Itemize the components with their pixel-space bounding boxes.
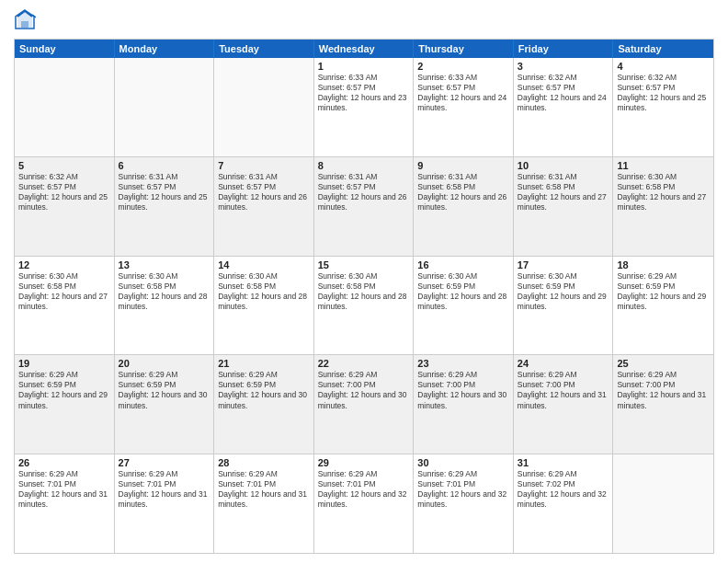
cell-info: Sunrise: 6:29 AMSunset: 7:02 PMDaylight:… — [518, 469, 609, 510]
day-number: 5 — [18, 160, 110, 171]
cell-info: Sunrise: 6:31 AMSunset: 6:57 PMDaylight:… — [119, 172, 210, 213]
cal-cell-day-30: 30Sunrise: 6:29 AMSunset: 7:01 PMDayligh… — [414, 454, 514, 553]
cal-header-thursday: Thursday — [414, 40, 514, 58]
cal-week-4: 19Sunrise: 6:29 AMSunset: 6:59 PMDayligh… — [15, 355, 713, 454]
cell-info: Sunrise: 6:31 AMSunset: 6:58 PMDaylight:… — [417, 172, 509, 213]
cal-cell-day-28: 28Sunrise: 6:29 AMSunset: 7:01 PMDayligh… — [214, 454, 314, 553]
cell-info: Sunrise: 6:29 AMSunset: 6:59 PMDaylight:… — [218, 370, 310, 410]
cal-cell-day-24: 24Sunrise: 6:29 AMSunset: 7:00 PMDayligh… — [514, 355, 614, 454]
cell-info: Sunrise: 6:33 AMSunset: 6:57 PMDaylight:… — [318, 73, 410, 113]
cell-info: Sunrise: 6:29 AMSunset: 7:01 PMDaylight:… — [318, 469, 410, 510]
cell-info: Sunrise: 6:30 AMSunset: 6:58 PMDaylight:… — [617, 172, 710, 213]
logo — [14, 9, 40, 31]
day-number: 24 — [518, 358, 609, 369]
day-number: 8 — [318, 160, 410, 171]
cell-info: Sunrise: 6:30 AMSunset: 6:59 PMDaylight:… — [417, 271, 509, 312]
cal-cell-day-13: 13Sunrise: 6:30 AMSunset: 6:58 PMDayligh… — [115, 257, 215, 355]
cell-info: Sunrise: 6:31 AMSunset: 6:58 PMDaylight:… — [518, 172, 609, 213]
cell-info: Sunrise: 6:32 AMSunset: 6:57 PMDaylight:… — [18, 172, 110, 213]
cell-info: Sunrise: 6:30 AMSunset: 6:58 PMDaylight:… — [18, 271, 110, 312]
day-number: 28 — [218, 457, 310, 468]
cal-cell-day-15: 15Sunrise: 6:30 AMSunset: 6:58 PMDayligh… — [314, 257, 415, 355]
cal-cell-day-11: 11Sunrise: 6:30 AMSunset: 6:58 PMDayligh… — [613, 157, 713, 256]
cell-info: Sunrise: 6:29 AMSunset: 7:01 PMDaylight:… — [18, 469, 110, 510]
cell-info: Sunrise: 6:29 AMSunset: 6:59 PMDaylight:… — [119, 370, 210, 410]
cal-cell-day-8: 8Sunrise: 6:31 AMSunset: 6:57 PMDaylight… — [314, 157, 415, 256]
cal-cell-day-20: 20Sunrise: 6:29 AMSunset: 6:59 PMDayligh… — [115, 355, 215, 454]
cell-info: Sunrise: 6:32 AMSunset: 6:57 PMDaylight:… — [617, 73, 710, 113]
day-number: 7 — [218, 160, 310, 171]
day-number: 18 — [617, 259, 710, 270]
day-number: 2 — [417, 61, 509, 72]
cell-info: Sunrise: 6:29 AMSunset: 7:01 PMDaylight:… — [218, 469, 310, 510]
cell-info: Sunrise: 6:33 AMSunset: 6:57 PMDaylight:… — [417, 73, 509, 113]
cell-info: Sunrise: 6:30 AMSunset: 6:59 PMDaylight:… — [518, 271, 609, 312]
cal-cell-day-3: 3Sunrise: 6:32 AMSunset: 6:57 PMDaylight… — [514, 58, 614, 156]
cell-info: Sunrise: 6:32 AMSunset: 6:57 PMDaylight:… — [518, 73, 609, 113]
cal-cell-empty — [115, 58, 215, 156]
cal-cell-day-25: 25Sunrise: 6:29 AMSunset: 7:00 PMDayligh… — [613, 355, 713, 454]
cal-cell-day-5: 5Sunrise: 6:32 AMSunset: 6:57 PMDaylight… — [15, 157, 115, 256]
day-number: 15 — [318, 259, 410, 270]
cal-week-5: 26Sunrise: 6:29 AMSunset: 7:01 PMDayligh… — [15, 454, 713, 553]
cal-week-3: 12Sunrise: 6:30 AMSunset: 6:58 PMDayligh… — [15, 257, 713, 356]
day-number: 1 — [318, 61, 410, 72]
cal-cell-empty — [15, 58, 115, 156]
cell-info: Sunrise: 6:29 AMSunset: 6:59 PMDaylight:… — [18, 370, 110, 410]
cal-cell-day-1: 1Sunrise: 6:33 AMSunset: 6:57 PMDaylight… — [314, 58, 415, 156]
cal-header-tuesday: Tuesday — [214, 40, 314, 58]
cal-cell-day-22: 22Sunrise: 6:29 AMSunset: 7:00 PMDayligh… — [314, 355, 415, 454]
cal-cell-day-18: 18Sunrise: 6:29 AMSunset: 6:59 PMDayligh… — [613, 257, 713, 355]
page: SundayMondayTuesdayWednesdayThursdayFrid… — [0, 0, 728, 563]
day-number: 29 — [318, 457, 410, 468]
cal-cell-day-7: 7Sunrise: 6:31 AMSunset: 6:57 PMDaylight… — [214, 157, 314, 256]
cal-cell-day-9: 9Sunrise: 6:31 AMSunset: 6:58 PMDaylight… — [414, 157, 514, 256]
header — [14, 9, 714, 31]
cal-cell-day-14: 14Sunrise: 6:30 AMSunset: 6:58 PMDayligh… — [214, 257, 314, 355]
cal-cell-day-31: 31Sunrise: 6:29 AMSunset: 7:02 PMDayligh… — [514, 454, 614, 553]
cell-info: Sunrise: 6:30 AMSunset: 6:58 PMDaylight:… — [119, 271, 210, 312]
day-number: 3 — [518, 61, 609, 72]
cal-week-2: 5Sunrise: 6:32 AMSunset: 6:57 PMDaylight… — [15, 157, 713, 257]
cell-info: Sunrise: 6:29 AMSunset: 7:00 PMDaylight:… — [518, 370, 609, 410]
day-number: 12 — [18, 259, 110, 270]
day-number: 31 — [518, 457, 609, 468]
cal-cell-day-16: 16Sunrise: 6:30 AMSunset: 6:59 PMDayligh… — [414, 257, 514, 355]
cell-info: Sunrise: 6:29 AMSunset: 7:01 PMDaylight:… — [417, 469, 509, 510]
day-number: 11 — [617, 160, 710, 171]
cal-cell-day-10: 10Sunrise: 6:31 AMSunset: 6:58 PMDayligh… — [514, 157, 614, 256]
day-number: 13 — [119, 259, 210, 270]
cal-week-1: 1Sunrise: 6:33 AMSunset: 6:57 PMDaylight… — [15, 58, 713, 157]
day-number: 21 — [218, 358, 310, 369]
cell-info: Sunrise: 6:29 AMSunset: 6:59 PMDaylight:… — [617, 271, 710, 312]
day-number: 30 — [417, 457, 509, 468]
day-number: 23 — [417, 358, 509, 369]
cal-cell-day-17: 17Sunrise: 6:30 AMSunset: 6:59 PMDayligh… — [514, 257, 614, 355]
day-number: 4 — [617, 61, 710, 72]
cal-cell-day-21: 21Sunrise: 6:29 AMSunset: 6:59 PMDayligh… — [214, 355, 314, 454]
cal-cell-day-26: 26Sunrise: 6:29 AMSunset: 7:01 PMDayligh… — [15, 454, 115, 553]
day-number: 14 — [218, 259, 310, 270]
day-number: 19 — [18, 358, 110, 369]
cell-info: Sunrise: 6:29 AMSunset: 7:00 PMDaylight:… — [417, 370, 509, 410]
cal-header-saturday: Saturday — [613, 40, 713, 58]
cal-cell-day-29: 29Sunrise: 6:29 AMSunset: 7:01 PMDayligh… — [314, 454, 415, 553]
day-number: 17 — [518, 259, 609, 270]
cal-header-monday: Monday — [115, 40, 215, 58]
cell-info: Sunrise: 6:30 AMSunset: 6:58 PMDaylight:… — [218, 271, 310, 312]
cell-info: Sunrise: 6:29 AMSunset: 7:01 PMDaylight:… — [119, 469, 210, 510]
cal-cell-day-12: 12Sunrise: 6:30 AMSunset: 6:58 PMDayligh… — [15, 257, 115, 355]
logo-icon — [14, 9, 36, 31]
cal-cell-empty — [613, 454, 713, 553]
cal-cell-day-6: 6Sunrise: 6:31 AMSunset: 6:57 PMDaylight… — [115, 157, 215, 256]
cal-cell-day-4: 4Sunrise: 6:32 AMSunset: 6:57 PMDaylight… — [613, 58, 713, 156]
day-number: 25 — [617, 358, 710, 369]
cell-info: Sunrise: 6:31 AMSunset: 6:57 PMDaylight:… — [318, 172, 410, 213]
calendar: SundayMondayTuesdayWednesdayThursdayFrid… — [14, 39, 714, 554]
cal-cell-day-2: 2Sunrise: 6:33 AMSunset: 6:57 PMDaylight… — [414, 58, 514, 156]
cal-header-wednesday: Wednesday — [314, 40, 415, 58]
calendar-body: 1Sunrise: 6:33 AMSunset: 6:57 PMDaylight… — [15, 58, 713, 553]
day-number: 16 — [417, 259, 509, 270]
day-number: 27 — [119, 457, 210, 468]
cell-info: Sunrise: 6:29 AMSunset: 7:00 PMDaylight:… — [318, 370, 410, 410]
